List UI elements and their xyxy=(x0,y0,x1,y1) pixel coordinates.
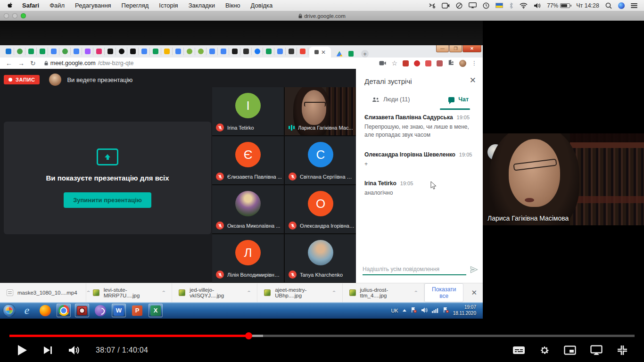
chevron-up-icon[interactable]: ⌃ xyxy=(331,290,336,295)
firefox-icon[interactable] xyxy=(38,304,52,317)
menubar-clock[interactable]: Чт 14:28 xyxy=(576,2,599,9)
menu-history[interactable]: Історія xyxy=(159,2,178,9)
tiktok-favicon-icon[interactable] xyxy=(127,48,139,55)
docs-favicon-icon[interactable] xyxy=(206,48,218,55)
docs-favicon-icon[interactable] xyxy=(48,48,59,55)
menu-bookmarks[interactable]: Закладки xyxy=(189,2,215,9)
show-all-downloads-button[interactable]: Показати все xyxy=(424,283,463,302)
time-machine-icon[interactable] xyxy=(483,2,489,9)
apple-icon[interactable] xyxy=(7,2,14,9)
tray-expand-icon[interactable] xyxy=(403,309,406,312)
serif-a-favicon-icon[interactable] xyxy=(229,48,240,55)
docs-favicon-icon[interactable] xyxy=(71,48,82,55)
exit-fullscreen-button[interactable] xyxy=(617,345,628,356)
maximize-button[interactable]: ❐ xyxy=(449,45,462,52)
hangouts-favicon-icon[interactable] xyxy=(59,48,71,55)
outlook-favicon-icon[interactable] xyxy=(3,48,14,55)
sheets-favicon-icon[interactable] xyxy=(25,48,37,55)
minimize-button[interactable]: — xyxy=(436,45,449,52)
chrome-profile-avatar[interactable] xyxy=(459,60,466,67)
figma-favicon-icon[interactable] xyxy=(82,48,93,55)
download-item[interactable]: maske3_1080_10....mp4⌃ xyxy=(0,283,86,302)
sheets-favicon-icon[interactable] xyxy=(263,48,274,55)
extension-play-icon[interactable] xyxy=(425,60,431,66)
meet-check-favicon-icon[interactable] xyxy=(14,48,25,55)
download-item[interactable]: levi-stute-MRRP7U....jpg⌃ xyxy=(86,283,173,302)
participant-tile[interactable]: О Олександра Ігорівна ... xyxy=(285,185,356,233)
acrobat-icon[interactable] xyxy=(437,60,443,66)
tray-volume-icon[interactable] xyxy=(421,306,428,315)
tab-people[interactable]: Люди (11) xyxy=(372,96,410,103)
window-zoom-button[interactable] xyxy=(21,13,26,18)
docs-favicon-icon[interactable] xyxy=(139,48,150,55)
menu-window[interactable]: Вікно xyxy=(225,2,240,9)
volume-icon[interactable] xyxy=(534,3,541,8)
menu-file[interactable]: Файл xyxy=(50,2,65,9)
stop-presentation-button[interactable]: Зупинити презентацію xyxy=(64,192,151,208)
airplay-display-icon[interactable] xyxy=(469,2,477,8)
sync-status-icon[interactable] xyxy=(429,2,436,8)
network-icon[interactable] xyxy=(432,306,438,315)
screen-record-icon[interactable] xyxy=(442,3,450,8)
gmail-favicon-icon[interactable] xyxy=(297,48,308,55)
start-button[interactable] xyxy=(3,304,16,317)
download-item[interactable]: jed-villejo-vkISQYJ....jpg⌃ xyxy=(172,283,257,302)
url-field[interactable]: meet.google.com/cbw-bzrg-qte xyxy=(44,60,134,66)
menu-view[interactable]: Перегляд xyxy=(122,2,149,9)
volume-button[interactable] xyxy=(68,346,80,355)
settings-button[interactable] xyxy=(539,345,550,355)
forward-icon[interactable]: → xyxy=(18,59,25,67)
powerpoint-icon[interactable]: P xyxy=(130,304,144,317)
participant-tile[interactable]: I Irina Tetirko xyxy=(212,87,284,135)
internet-explorer-icon[interactable]: e xyxy=(20,304,34,317)
camera-tab-icon[interactable] xyxy=(379,61,386,66)
docs-favicon-icon[interactable] xyxy=(274,48,286,55)
progress-scrubber[interactable] xyxy=(245,332,252,339)
miniplayer-button[interactable] xyxy=(564,346,576,355)
camera-app-icon[interactable] xyxy=(75,304,89,317)
sheets-favicon-icon[interactable] xyxy=(345,50,356,58)
chevron-up-icon[interactable]: ⌃ xyxy=(86,290,91,295)
chevron-up-icon[interactable]: ⌃ xyxy=(247,290,251,295)
participant-tile-video[interactable]: Лариса Гагіківна Мас... xyxy=(285,87,356,135)
participant-tile[interactable]: Є Єлизавета Павлівна ... xyxy=(212,136,284,184)
word-icon[interactable]: W xyxy=(112,304,126,317)
cast-button[interactable] xyxy=(590,345,603,355)
facebook-favicon-icon[interactable] xyxy=(252,48,263,55)
participant-tile[interactable]: Оксана Миколаївна ... xyxy=(212,185,284,233)
battery-indicator[interactable]: 77% xyxy=(547,2,570,9)
photos-dark-favicon-icon[interactable] xyxy=(286,48,297,55)
sheets-favicon-icon[interactable] xyxy=(150,48,161,55)
chrome-taskbar-icon[interactable] xyxy=(57,304,71,317)
send-message-icon[interactable] xyxy=(470,266,478,275)
dark-app-favicon-icon[interactable] xyxy=(105,48,116,55)
spotlight-icon[interactable] xyxy=(605,2,612,9)
language-indicator[interactable]: UK xyxy=(391,308,398,313)
back-icon[interactable]: ← xyxy=(6,59,12,67)
bw-app-favicon-icon[interactable] xyxy=(240,48,252,55)
download-item[interactable]: ajeet-mestry-UBhp....jpg⌃ xyxy=(257,283,342,302)
menu-safari[interactable]: Safari xyxy=(22,2,39,9)
chevron-up-icon[interactable]: ⌃ xyxy=(413,290,418,295)
window-close-button[interactable] xyxy=(4,13,9,18)
captions-button[interactable] xyxy=(512,346,525,355)
downloads-close-icon[interactable]: ✕ xyxy=(471,288,477,297)
taskbar-clock[interactable]: 19:07 18.11.2020 xyxy=(453,304,476,316)
play-button[interactable] xyxy=(17,345,27,356)
close-button[interactable]: ✕ xyxy=(462,45,481,52)
reload-icon[interactable]: ↻ xyxy=(30,59,36,67)
docs-favicon-icon[interactable] xyxy=(173,48,184,55)
progress-bar[interactable] xyxy=(9,335,635,337)
tab-close-icon[interactable]: ✕ xyxy=(321,49,326,55)
action-center-alert-icon[interactable] xyxy=(411,306,417,315)
check-green-favicon-icon[interactable] xyxy=(184,48,195,55)
drive-favicon-icon[interactable] xyxy=(334,50,345,58)
bookmark-star-icon[interactable]: ☆ xyxy=(391,59,397,67)
sheets-favicon-icon[interactable] xyxy=(37,48,48,55)
new-tab-button[interactable]: + xyxy=(361,50,369,58)
video-content[interactable]: ✕ + — ❐ ✕ ← → ↻ meet.google.com/cbw-bzrg… xyxy=(0,21,483,319)
active-tab[interactable]: ✕ xyxy=(309,47,331,58)
participant-tile[interactable]: Л Лілія Володимирівна ... xyxy=(212,234,284,282)
participant-tile[interactable]: Tanya Kharchenko xyxy=(285,234,356,282)
viber-icon[interactable] xyxy=(93,304,107,317)
